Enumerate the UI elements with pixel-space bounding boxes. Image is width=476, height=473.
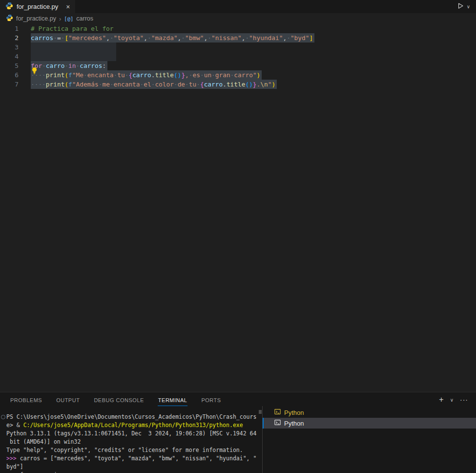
code-text [31, 43, 116, 52]
code-line: 2carros·=·["mercedes",·"toyota",·"mazda"… [0, 33, 476, 43]
breadcrumb-file[interactable]: for_practice.py [16, 15, 56, 22]
panel-tab-problems[interactable]: PROBLEMS [10, 393, 42, 406]
terminal-icon [274, 419, 281, 427]
line-number: 6 [0, 70, 19, 80]
python-icon [5, 2, 13, 11]
code-line: 6····print(f"Me·encanta·tu·{carro.title(… [0, 70, 476, 80]
terminal-label: Python [284, 409, 304, 416]
code-text [31, 52, 116, 61]
breadcrumb-symbol[interactable]: carros [76, 15, 93, 22]
run-button[interactable] [457, 2, 464, 11]
editor-actions: ∨ [457, 0, 476, 13]
terminal-label: Python [284, 420, 304, 427]
code-line: 7····print(f"Además·me·encanta·el·color·… [0, 80, 476, 89]
lightbulb-icon[interactable] [31, 67, 38, 77]
panel-tab-ports[interactable]: PORTS [201, 393, 221, 406]
terminal-line: >>> for carro in carros: [6, 471, 262, 473]
terminal-line: bit (AMD64)] on win32 [6, 438, 262, 446]
line-number: 4 [0, 52, 19, 61]
terminal-line: >>> carros = ["mercedes", "toyota", "maz… [6, 454, 262, 463]
more-actions-icon[interactable]: ··· [460, 396, 468, 404]
terminal-line: byd"] [6, 463, 262, 471]
panel-tab-debug-console[interactable]: DEBUG CONSOLE [93, 393, 144, 406]
code-line: 3 [0, 43, 476, 52]
terminal-list-item[interactable]: Python [263, 418, 476, 429]
close-icon[interactable]: × [66, 3, 70, 10]
panel-tab-output[interactable]: OUTPUT [56, 393, 80, 406]
panel-tabs: PROBLEMSOUTPUTDEBUG CONSOLETERMINALPORTS [10, 393, 235, 406]
terminal-line: Type "help", "copyright", "credits" or "… [6, 446, 262, 454]
code-lines: 1# Practica para el for2carros·=·["merce… [0, 24, 476, 89]
line-number: 5 [0, 61, 19, 70]
terminal-scrollbar[interactable] [259, 410, 262, 414]
code-line: 5for·carro·in·carros: [0, 61, 476, 70]
code-text: ····print(f"Me·encanta·tu·{carro.title()… [31, 70, 262, 80]
terminal-list-item[interactable]: Python [263, 407, 476, 418]
code-text: for·carro·in·carros: [31, 61, 107, 70]
line-number: 7 [0, 80, 19, 89]
breadcrumb: for_practice.py › [@] carros [0, 13, 476, 24]
command-decoration-icon[interactable] [1, 415, 5, 419]
code-text: carros·=·["mercedes",·"toyota",·"mazda",… [31, 33, 314, 43]
terminal-line: e> & C:/Users/jose5/AppData/Local/Progra… [6, 421, 262, 430]
terminal-output[interactable]: PS C:\Users\jose5\OneDrive\Documentos\Cu… [0, 409, 262, 473]
tab-title: for_practice.py [17, 3, 58, 10]
line-number: 3 [0, 43, 19, 52]
terminal-instance-list: PythonPython [263, 407, 476, 473]
panel-header: PROBLEMSOUTPUTDEBUG CONSOLETERMINALPORTS… [0, 392, 476, 407]
code-text: # Practica para el for [31, 24, 114, 33]
line-number: 2 [0, 33, 19, 43]
line-number: 1 [0, 24, 19, 33]
new-terminal-icon[interactable]: + [439, 395, 443, 404]
terminal-profile-chevron-icon[interactable]: ∨ [450, 397, 454, 403]
symbol-variable-icon: [@] [64, 16, 73, 22]
run-dropdown-chevron-icon[interactable]: ∨ [467, 4, 470, 9]
vscode-window: for_practice.py × ∨ for_practice.py › [@… [0, 0, 476, 473]
chevron-right-icon: › [59, 15, 61, 22]
tab-for-practice[interactable]: for_practice.py × [0, 0, 75, 13]
panel-tab-terminal[interactable]: TERMINAL [158, 393, 188, 406]
python-icon [6, 14, 13, 23]
terminal-line: Python 3.13.1 (tags/v3.13.1:0671451, Dec… [6, 430, 262, 438]
bottom-panel: PROBLEMSOUTPUTDEBUG CONSOLETERMINALPORTS… [0, 392, 476, 473]
code-line: 1# Practica para el for [0, 24, 476, 33]
code-text: ····print(f"Además·me·encanta·el·color·d… [31, 80, 277, 89]
panel-actions: + ∨ ··· [439, 395, 476, 404]
editor-tab-bar: for_practice.py × ∨ [0, 0, 476, 13]
code-editor[interactable]: 1# Practica para el for2carros·=·["merce… [0, 24, 476, 392]
code-line: 4 [0, 52, 476, 61]
terminal-icon [274, 408, 281, 416]
terminal-line: PS C:\Users\jose5\OneDrive\Documentos\Cu… [6, 413, 262, 421]
